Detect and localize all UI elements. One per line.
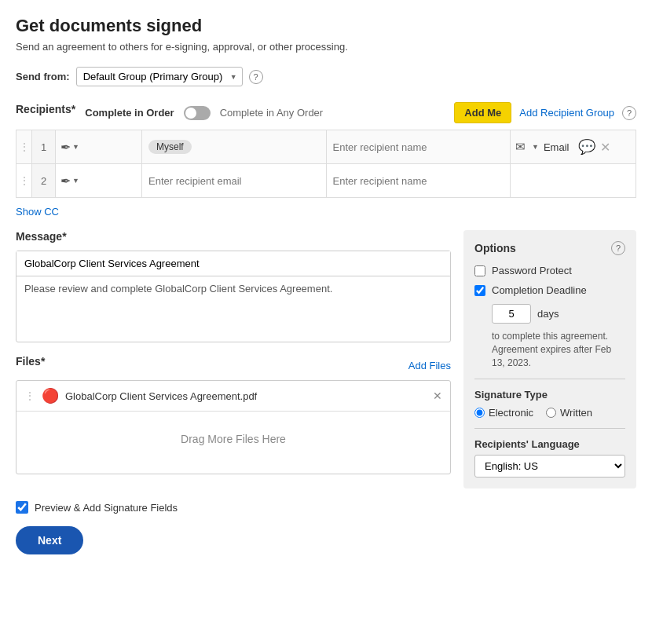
- completion-deadline-checkbox[interactable]: [474, 285, 485, 296]
- drag-label: Drag More Files Here: [181, 433, 286, 445]
- myself-badge: Myself: [148, 140, 192, 154]
- name-input-2[interactable]: [333, 175, 504, 187]
- message-body-input[interactable]: Please review and complete GlobalCorp Cl…: [16, 276, 450, 339]
- message-label: Message*: [16, 230, 451, 243]
- role-dropdown-arrow-2[interactable]: ▼: [72, 177, 79, 185]
- email-input-2[interactable]: [148, 175, 320, 187]
- role-cell-1[interactable]: ✒ ▼: [56, 130, 141, 163]
- email-type-label-1: Email: [544, 141, 570, 153]
- actions-cell-1: ✉ ▼ Email 💬 ✕: [515, 130, 631, 163]
- send-from-help-icon[interactable]: ?: [249, 70, 263, 84]
- electronic-label: Electronic: [489, 407, 533, 419]
- recipients-language-label: Recipients' Language: [474, 438, 625, 450]
- row-number-1: 1: [41, 141, 46, 153]
- password-protect-label: Password Protect: [492, 265, 572, 276]
- add-recipient-group-link[interactable]: Add Recipient Group: [519, 107, 614, 119]
- file-name: GlobalCorp Client Services Agreement.pdf: [65, 390, 427, 402]
- recipients-help-icon[interactable]: ?: [622, 106, 636, 120]
- message-title-input[interactable]: [16, 251, 450, 276]
- files-area: ⋮ 🔴 GlobalCorp Client Services Agreement…: [16, 380, 451, 474]
- name-cell-2[interactable]: [333, 164, 504, 197]
- name-input-1[interactable]: [333, 141, 504, 153]
- email-cell-1: Myself: [148, 130, 320, 163]
- row-number-2: 2: [41, 175, 46, 187]
- page-title: Get documents signed: [16, 16, 636, 36]
- file-item: ⋮ 🔴 GlobalCorp Client Services Agreement…: [16, 381, 450, 412]
- options-divider: [474, 379, 625, 379]
- complete-any-order-label: Complete in Any Order: [220, 107, 324, 119]
- preview-label: Preview & Add Signature Fields: [35, 502, 178, 514]
- drag-handle-icon-2[interactable]: ⋮: [19, 174, 30, 187]
- drag-more-files-area[interactable]: Drag More Files Here: [16, 412, 450, 467]
- sign-icon-1: ✒: [60, 140, 71, 155]
- add-files-link[interactable]: Add Files: [408, 360, 451, 371]
- role-cell-2[interactable]: ✒ ▼: [56, 164, 141, 197]
- files-label: Files*: [16, 355, 45, 368]
- remove-recipient-1-icon[interactable]: ✕: [600, 140, 610, 155]
- options-panel: Options ? Password Protect Completion De…: [463, 230, 636, 488]
- password-protect-row: Password Protect: [474, 265, 625, 276]
- completion-deadline-label: Completion Deadline: [492, 284, 587, 296]
- pdf-icon: 🔴: [42, 387, 59, 404]
- email-type-dropdown-1[interactable]: ▼: [532, 143, 539, 151]
- next-button[interactable]: Next: [16, 526, 83, 554]
- name-cell-1[interactable]: [333, 130, 504, 163]
- add-me-button[interactable]: Add Me: [454, 102, 511, 123]
- days-input[interactable]: [492, 304, 531, 324]
- show-cc-link[interactable]: Show CC: [16, 206, 59, 218]
- days-label: days: [537, 308, 559, 320]
- written-label: Written: [560, 407, 592, 419]
- actions-cell-2: [515, 164, 631, 197]
- password-protect-checkbox[interactable]: [474, 265, 485, 276]
- page-subtitle: Send an agreement to others for e-signin…: [16, 41, 636, 53]
- complete-in-order-label: Complete in Order: [85, 107, 174, 119]
- send-from-select[interactable]: Default Group (Primary Group): [76, 67, 243, 86]
- file-drag-handle-icon[interactable]: ⋮: [24, 390, 35, 402]
- email-cell-2[interactable]: [148, 164, 320, 197]
- sign-icon-2: ✒: [60, 174, 71, 188]
- message-icon-1[interactable]: 💬: [578, 138, 595, 156]
- table-row: ⋮ 1 ✒ ▼ Myself: [16, 130, 636, 164]
- written-radio-label[interactable]: Written: [546, 407, 592, 419]
- language-select[interactable]: English: US French German Spanish Japane…: [474, 455, 625, 478]
- signature-type-label: Signature Type: [474, 389, 625, 401]
- role-dropdown-arrow-1[interactable]: ▼: [72, 143, 79, 151]
- recipients-label: Recipients*: [16, 103, 75, 115]
- message-box: Please review and complete GlobalCorp Cl…: [16, 251, 451, 342]
- table-row: ⋮ 2 ✒ ▼: [16, 164, 636, 198]
- options-help-icon[interactable]: ?: [611, 241, 625, 255]
- signature-type-options: Electronic Written: [474, 407, 625, 419]
- completion-deadline-row: Completion Deadline: [474, 284, 625, 296]
- complete-order-toggle[interactable]: [184, 106, 211, 120]
- options-title: Options: [474, 242, 516, 254]
- drag-handle-icon[interactable]: ⋮: [19, 141, 30, 153]
- electronic-radio-label[interactable]: Electronic: [474, 407, 533, 419]
- written-radio[interactable]: [546, 408, 556, 418]
- electronic-radio[interactable]: [474, 408, 485, 418]
- send-from-label: Send from:: [16, 71, 70, 82]
- remove-file-icon[interactable]: ✕: [433, 390, 442, 402]
- days-row: days: [492, 304, 625, 324]
- options-divider-2: [474, 428, 625, 429]
- preview-checkbox[interactable]: [16, 501, 28, 514]
- email-type-icon-1: ✉: [515, 140, 526, 154]
- expire-text: to complete this agreement.Agreement exp…: [492, 330, 625, 369]
